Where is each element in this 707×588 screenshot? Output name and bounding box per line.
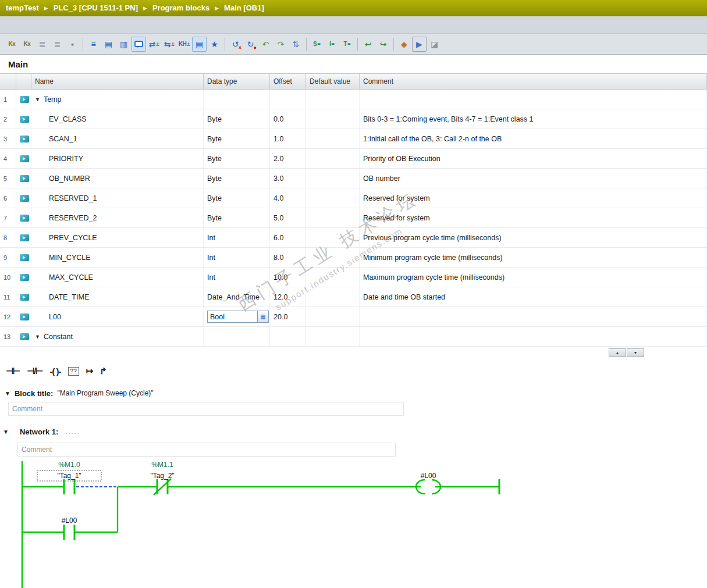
set-operand-icon[interactable]: S= — [310, 37, 324, 52]
monitoring-off-icon[interactable]: ↺× — [228, 37, 243, 52]
variable-name-cell[interactable]: PRIORITY — [31, 149, 204, 168]
offset-cell: 8.0 — [270, 248, 306, 267]
operand-name-tag1[interactable]: "Tag_1" — [57, 472, 81, 480]
insert-row-icon[interactable]: Kx — [5, 37, 19, 52]
table-row[interactable]: 9MIN_CYCLEInt8.0Minimum program cycle ti… — [0, 248, 707, 268]
operand-address-tag2[interactable]: %M1.1 — [151, 461, 173, 469]
close-branch-icon[interactable]: ↱ — [100, 366, 106, 376]
data-type-cell[interactable]: Byte — [204, 208, 270, 227]
modify-values-icon[interactable]: ⇅ — [289, 37, 303, 52]
data-type-cell[interactable] — [204, 327, 270, 346]
first-scan-icon[interactable]: ↶ — [258, 37, 273, 52]
table-row[interactable]: 12L00Bool▦20.0 — [0, 307, 707, 327]
keep-actual-values-icon[interactable]: ▪ — [65, 37, 80, 52]
normally-open-contact-icon[interactable]: ⊣⊢ — [6, 366, 20, 376]
comment-cell — [360, 90, 707, 109]
coil-operand-label[interactable]: #L00 — [421, 472, 436, 480]
output-coil-icon[interactable]: -( )- — [49, 366, 61, 376]
expand-all-networks-icon[interactable]: ▤ — [101, 37, 116, 52]
immediate-input-icon[interactable]: I= — [325, 37, 339, 52]
group-caret-icon[interactable]: ▼ — [35, 334, 40, 340]
breadcrumb-item[interactable]: PLC_3 [CPU 1511-1 PN] — [54, 3, 138, 12]
immediate-output-icon[interactable]: T= — [340, 37, 354, 52]
data-type-cell[interactable]: Byte — [204, 129, 270, 148]
ladder-canvas[interactable]: %M1.0 "Tag_1" %M1.1 "Tag_2" #L00 #L00 — [0, 459, 707, 588]
next-scan-icon[interactable]: ↷ — [273, 37, 288, 52]
scroll-down-button[interactable]: ▼ — [627, 348, 644, 357]
contact-tag1[interactable] — [64, 479, 74, 494]
data-type-cell[interactable]: Int — [204, 248, 270, 267]
block-interface-icon[interactable]: ≡ — [86, 37, 101, 52]
table-row[interactable]: 3SCAN_1Byte1.01:Initial call of the OB, … — [0, 129, 707, 149]
table-row[interactable]: 7RESERVED_2Byte5.0Reserved for system — [0, 208, 707, 228]
data-type-picker-button[interactable]: ▦ — [257, 311, 268, 322]
table-row[interactable]: 5OB_NUMBRByte3.0OB number — [0, 169, 707, 188]
operand-name-tag2[interactable]: "Tag_2" — [150, 472, 174, 480]
data-type-combo[interactable]: Bool▦ — [207, 311, 269, 323]
variable-name-cell[interactable]: OB_NUMBR — [31, 169, 204, 188]
data-type-cell[interactable] — [204, 90, 270, 109]
variable-name-cell[interactable]: ▼Temp — [31, 90, 204, 109]
data-type-cell[interactable]: Int — [204, 228, 270, 247]
branch-operand-label[interactable]: #L00 — [62, 516, 77, 525]
table-row[interactable]: 1▼Temp — [0, 90, 707, 109]
variable-name-cell[interactable]: MIN_CYCLE — [31, 248, 204, 267]
network-comments-icon[interactable]: ▤ — [192, 37, 207, 52]
favorites-toggle-icon[interactable]: ★ — [207, 37, 222, 52]
go-to-previous-icon[interactable]: ↩ — [361, 37, 375, 52]
breadcrumb-item[interactable]: Main [OB1] — [224, 3, 264, 12]
symbolic-operands-icon[interactable]: ⇆± — [162, 37, 176, 52]
contact-branch-l00[interactable] — [64, 525, 74, 540]
open-branch-icon[interactable]: ↦ — [86, 366, 93, 376]
delete-row-icon[interactable]: Kx — [20, 37, 34, 52]
table-row[interactable]: 6RESERVED_1Byte4.0Reserved for system — [0, 188, 707, 208]
breadcrumb-item[interactable]: Program blocks — [152, 3, 209, 12]
variable-name-cell[interactable]: EV_CLASS — [31, 109, 204, 129]
snapshot-values-icon[interactable]: ≣ — [50, 37, 65, 52]
variable-name-cell[interactable]: SCAN_1 — [31, 129, 204, 148]
breadcrumb-item[interactable]: tempTest — [6, 3, 39, 12]
variable-name-cell[interactable]: DATE_TIME — [31, 287, 204, 307]
collapse-all-networks-icon[interactable]: ▥ — [116, 37, 131, 52]
reset-start-values-icon[interactable]: ≣ — [35, 37, 49, 52]
monitoring-on-icon[interactable]: ↻● — [243, 37, 258, 52]
data-type-cell[interactable]: Byte — [204, 188, 270, 208]
access-protection-icon[interactable]: ◆ — [397, 37, 411, 52]
block-collapse-icon[interactable]: ▼ — [5, 390, 10, 397]
table-row[interactable]: 4PRIORITYByte2.0Priority of OB Execution — [0, 149, 707, 169]
variable-name-cell[interactable]: RESERVED_2 — [31, 208, 204, 227]
normally-closed-contact-icon[interactable]: ⊣/⊢ — [27, 366, 42, 376]
table-row[interactable]: 2EV_CLASSByte0.0Bits 0-3 = 1:Coming even… — [0, 109, 707, 129]
operand-format-icon[interactable]: KH± — [177, 37, 191, 52]
data-type-cell[interactable]: Date_And_Time — [204, 287, 270, 307]
row-icon-cell — [16, 327, 31, 346]
network-comment-input[interactable]: Comment — [17, 443, 396, 457]
network-title[interactable]: Network 1: — [20, 427, 58, 436]
group-caret-icon[interactable]: ▼ — [35, 97, 40, 102]
variable-name-cell[interactable]: MAX_CYCLE — [31, 268, 204, 287]
table-row[interactable]: 13▼Constant — [0, 327, 707, 347]
comment-visibility-icon[interactable] — [132, 37, 146, 52]
empty-box-icon[interactable]: ?? — [68, 367, 79, 376]
network-collapse-icon[interactable]: ▼ — [3, 429, 9, 435]
go-to-next-icon[interactable]: ↪ — [376, 37, 390, 52]
data-type-cell[interactable]: Byte — [204, 169, 270, 188]
absolute-operands-icon[interactable]: ⇄± — [147, 37, 161, 52]
data-type-cell[interactable]: Byte — [204, 109, 270, 129]
scroll-up-button[interactable]: ▲ — [609, 348, 626, 357]
data-type-cell[interactable]: Bool▦ — [204, 307, 270, 326]
variable-name-cell[interactable]: PREV_CYCLE — [31, 228, 204, 247]
data-type-cell[interactable]: Int — [204, 268, 270, 287]
variable-name-cell[interactable]: RESERVED_1 — [31, 188, 204, 208]
load-memory-icon[interactable]: ◪ — [427, 37, 442, 52]
test-sequence-icon[interactable]: ▶ — [412, 37, 427, 52]
block-title-value[interactable]: "Main Program Sweep (Cycle)" — [57, 389, 153, 397]
block-comment-input[interactable]: Comment — [8, 402, 404, 416]
variable-name-cell[interactable]: L00 — [31, 307, 204, 326]
table-row[interactable]: 11DATE_TIMEDate_And_Time12.0Date and tim… — [0, 287, 707, 307]
variable-name-cell[interactable]: ▼Constant — [31, 327, 204, 346]
table-row[interactable]: 10MAX_CYCLEInt10.0Maximum program cycle … — [0, 268, 707, 287]
operand-address-tag1[interactable]: %M1.0 — [58, 461, 80, 469]
table-row[interactable]: 8PREV_CYCLEInt6.0Previous program cycle … — [0, 228, 707, 248]
data-type-cell[interactable]: Byte — [204, 149, 270, 168]
